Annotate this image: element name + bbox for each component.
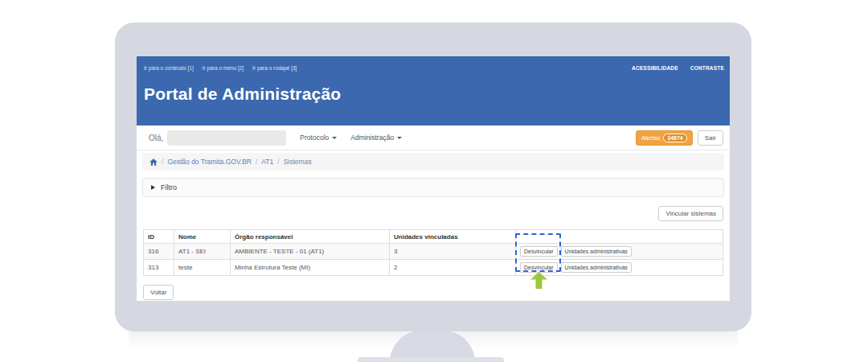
cell-orgao: Minha Estrutura Teste (MI): [231, 260, 390, 276]
accessibility-link[interactable]: ACESSIBILIDADE: [632, 65, 678, 71]
monitor-stand-base: [358, 357, 504, 362]
cell-unidades: 3: [390, 244, 516, 260]
cell-unidades: 2: [390, 260, 516, 276]
cell-orgao: AMBIENTE - TESTE - 01 (AT1): [231, 244, 390, 260]
menu-protocolo[interactable]: Protocolo: [300, 134, 337, 142]
filter-panel-toggle[interactable]: Filtro: [142, 178, 724, 197]
col-header-orgao: Órgão responsável: [231, 230, 390, 244]
breadcrumb-item-sistemas: Sistemas: [284, 158, 312, 166]
breadcrumb-item-gestao[interactable]: Gestão do Tramita.GOV.BR: [167, 158, 252, 166]
greeting-label: Olá,: [149, 134, 163, 142]
menu-protocolo-label: Protocolo: [300, 134, 329, 142]
unidades-administrativas-button[interactable]: Unidades administrativas: [561, 246, 632, 257]
voltar-button[interactable]: Voltar: [143, 285, 174, 300]
breadcrumb-separator: /: [277, 158, 279, 166]
unidades-administrativas-button[interactable]: Unidades administrativas: [561, 262, 632, 273]
footer-actions: Voltar: [143, 283, 723, 300]
cell-id: 313: [144, 260, 174, 276]
alerts-count-badge: 34874: [663, 134, 686, 142]
menu-administracao[interactable]: Administração: [350, 134, 402, 142]
col-header-nome: Nome: [174, 230, 231, 244]
user-bar: Olá, Protocolo Administração Alertas 348…: [137, 125, 730, 150]
breadcrumb-separator: /: [162, 158, 163, 166]
menu-administracao-label: Administração: [350, 134, 394, 142]
filter-label: Filtro: [161, 183, 177, 191]
table-row: 316 AT1 - SEI AMBIENTE - TESTE - 01 (AT1…: [144, 244, 723, 260]
col-header-id: ID: [144, 230, 174, 244]
skip-link-content[interactable]: Ir para o conteúdo [1]: [144, 65, 194, 71]
cell-actions: DesvincularUnidades administrativas: [516, 244, 723, 260]
home-icon[interactable]: [149, 158, 158, 166]
cell-nome: AT1 - SEI: [174, 244, 231, 260]
skip-link-menu[interactable]: Ir para o menu [2]: [203, 65, 244, 71]
browser-screen: Ir para o conteúdo [1] Ir para o menu [2…: [137, 56, 730, 301]
desvincular-button[interactable]: Desvincular: [520, 262, 558, 273]
contrast-link[interactable]: CONTRASTE: [690, 65, 724, 71]
chevron-down-icon: [332, 137, 337, 139]
desvincular-button[interactable]: Desvincular: [520, 246, 558, 257]
cell-actions: DesvincularUnidades administrativas: [516, 260, 723, 276]
user-bar-right: Alertas 34874 Sair: [636, 130, 723, 146]
chevron-down-icon: [397, 137, 402, 139]
page-title: Portal de Administração: [144, 84, 723, 104]
cell-id: 316: [144, 244, 174, 260]
gov-header: Ir para o conteúdo [1] Ir para o menu [2…: [137, 56, 730, 125]
alerts-button[interactable]: Alertas 34874: [636, 130, 693, 146]
breadcrumb: / Gestão do Tramita.GOV.BR / AT1 / Siste…: [142, 153, 724, 171]
cell-nome: teste: [174, 260, 231, 276]
user-name-redacted: [167, 130, 286, 146]
table-header-row: ID Nome Órgão responsável Unidades vincu…: [144, 230, 723, 244]
vincular-sistemas-button[interactable]: Vincular sistemas: [658, 206, 723, 221]
logout-button[interactable]: Sair: [698, 130, 723, 146]
breadcrumb-separator: /: [256, 158, 257, 166]
col-header-actions: [516, 230, 723, 244]
caret-right-icon: [151, 185, 155, 190]
toolbar: Vincular sistemas: [143, 204, 723, 221]
systems-table: ID Nome Órgão responsável Unidades vincu…: [143, 229, 723, 276]
header-utility-links: ACESSIBILIDADE CONTRASTE: [632, 65, 724, 71]
skip-link-footer[interactable]: Ir para o rodapé [3]: [252, 65, 297, 71]
col-header-unidades: Unidades vinculadas: [390, 230, 516, 244]
breadcrumb-item-at1[interactable]: AT1: [261, 158, 273, 166]
alerts-label: Alertas: [641, 134, 660, 142]
table-row: 313 teste Minha Estrutura Teste (MI) 2 D…: [144, 260, 723, 276]
